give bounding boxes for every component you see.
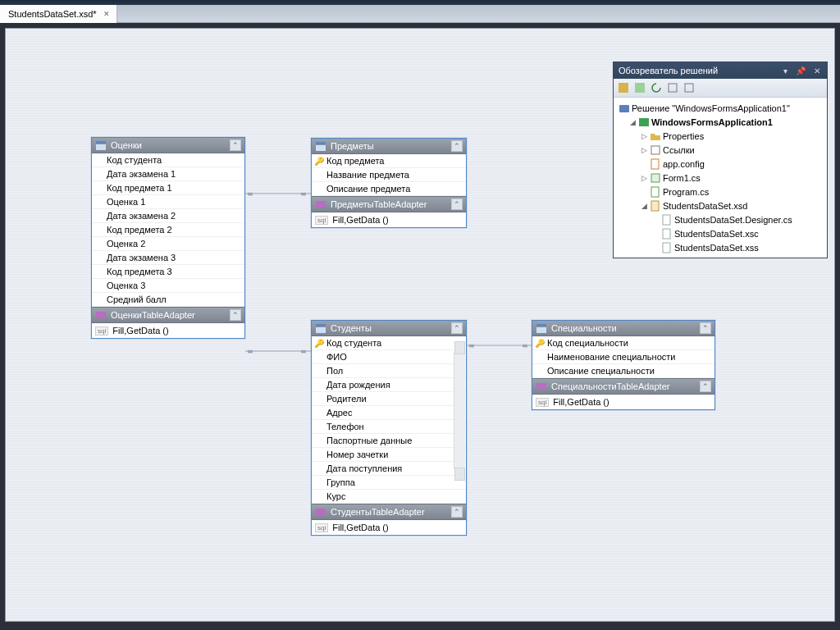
adapter-header[interactable]: ОценкиTableAdapter ⌃ — [92, 307, 244, 323]
column-row[interactable]: Код предмета 2 — [92, 223, 244, 237]
table-students[interactable]: Студенты ⌃ 🔑Код студента ФИО Пол Дата ро… — [311, 320, 467, 536]
tree-node-solution[interactable]: Решение "WindowsFormsApplication1" — [615, 101, 825, 115]
collapse-icon[interactable]: ⌃ — [230, 309, 241, 321]
tree-node-program[interactable]: Program.cs — [615, 185, 825, 199]
adapter-name: ПредметыTableAdapter — [331, 199, 427, 209]
tree-node-dataset[interactable]: ◢ StudentsDataSet.xsd — [615, 199, 825, 212]
toolbar-button[interactable] — [682, 80, 696, 95]
adapter-header[interactable]: СпециальностиTableAdapter ⌃ — [532, 378, 714, 395]
svg-rect-30 — [651, 187, 659, 197]
tab-document[interactable]: StudentsDataSet.xsd* ✕ — [0, 5, 117, 23]
column-row[interactable]: Дата поступления — [312, 462, 466, 476]
toolbar-button[interactable] — [616, 80, 631, 95]
config-file-icon — [650, 158, 661, 170]
svg-rect-12 — [316, 142, 326, 144]
collapse-icon[interactable]: ⌃ — [700, 322, 711, 334]
table-header[interactable]: Специальности ⌃ — [532, 321, 714, 336]
panel-title-bar[interactable]: Обозреватель решений ▾ 📌 ✕ — [614, 62, 827, 79]
expander-icon[interactable]: ▷ — [640, 132, 648, 140]
close-icon[interactable]: ✕ — [812, 66, 822, 75]
scrollbar[interactable] — [454, 353, 465, 469]
column-row[interactable]: Наименование специальности — [532, 350, 714, 364]
table-specialities[interactable]: Специальности ⌃ 🔑Код специальности Наиме… — [532, 320, 715, 410]
expander-icon[interactable]: ◢ — [628, 118, 637, 126]
table-title: Специальности — [551, 323, 617, 333]
tree-node-project[interactable]: ◢ WindowsFormsApplication1 — [615, 115, 825, 129]
svg-text:∞: ∞ — [301, 348, 306, 355]
toolbar-button[interactable] — [632, 80, 647, 95]
svg-rect-29 — [651, 174, 660, 182]
collapse-icon[interactable]: ⌃ — [451, 322, 463, 334]
refresh-button[interactable] — [649, 80, 664, 95]
tree-node-xsc[interactable]: StudentsDataSet.xsc — [615, 226, 825, 240]
column-row[interactable]: Паспортные данные — [312, 434, 466, 448]
column-row[interactable]: Оценка 1 — [92, 195, 244, 209]
column-row[interactable]: 🔑Код студента — [312, 336, 466, 350]
column-row[interactable]: 🔑Код предмета — [312, 154, 466, 168]
adapter-method[interactable]: sql Fill,GetData () — [92, 323, 244, 338]
column-row[interactable]: Номер зачетки — [312, 448, 466, 462]
column-row[interactable]: 🔑Код специальности — [532, 336, 714, 350]
column-row[interactable]: Группа — [312, 476, 466, 490]
expander-icon[interactable]: ▷ — [640, 146, 648, 154]
column-row[interactable]: Курс — [312, 490, 466, 504]
column-row[interactable]: Дата экзамена 1 — [92, 167, 244, 181]
form-file-icon — [650, 172, 661, 184]
svg-rect-23 — [669, 84, 677, 92]
column-row[interactable]: Средний балл — [92, 293, 244, 307]
collapse-icon[interactable]: ⌃ — [230, 139, 241, 151]
adapter-method[interactable]: sql Fill,GetData () — [312, 520, 466, 535]
pin-icon[interactable]: 📌 — [794, 66, 807, 75]
column-row[interactable]: Пол — [312, 364, 466, 378]
column-row[interactable]: Описание специальности — [532, 364, 714, 378]
svg-rect-16 — [316, 327, 326, 333]
solution-explorer-panel[interactable]: Обозреватель решений ▾ 📌 ✕ Решение "Wind… — [613, 62, 828, 258]
table-header[interactable]: Студенты ⌃ — [312, 321, 466, 336]
adapter-header[interactable]: ПредметыTableAdapter ⌃ — [312, 196, 466, 212]
collapse-icon[interactable]: ⌃ — [700, 381, 711, 392]
svg-rect-24 — [685, 84, 693, 92]
svg-text:∞: ∞ — [301, 190, 306, 198]
tree-node-xss[interactable]: StudentsDataSet.xss — [615, 240, 825, 254]
collapse-icon[interactable]: ⌃ — [451, 199, 463, 210]
adapter-method[interactable]: sql Fill,GetData () — [532, 395, 714, 409]
column-row[interactable]: Оценка 3 — [92, 279, 244, 293]
column-row[interactable]: Код предмета 3 — [92, 265, 244, 279]
tree-node-references[interactable]: ▷ Ссылки — [615, 143, 825, 157]
tree-node-designer-cs[interactable]: StudentsDataSet.Designer.cs — [615, 212, 825, 226]
tree-node-properties[interactable]: ▷ Properties — [615, 129, 825, 143]
column-row[interactable]: Описание предмета — [312, 182, 466, 196]
column-row[interactable]: Дата рождения — [312, 378, 466, 392]
adapter-icon — [315, 506, 326, 518]
adapter-method[interactable]: sql Fill,GetData () — [312, 212, 466, 227]
svg-rect-20 — [536, 383, 546, 390]
column-row[interactable]: Код студента — [92, 153, 244, 167]
table-subjects[interactable]: Предметы ⌃ 🔑Код предмета Название предме… — [311, 138, 467, 228]
expander-icon[interactable]: ▷ — [640, 174, 648, 182]
adapter-header[interactable]: СтудентыTableAdapter ⌃ — [312, 504, 466, 520]
file-icon — [661, 228, 673, 240]
collapse-icon[interactable]: ⌃ — [451, 140, 463, 152]
expander-icon[interactable]: ◢ — [640, 202, 648, 210]
table-header[interactable]: Оценки ⌃ — [92, 138, 244, 153]
column-row[interactable]: Адрес — [312, 406, 466, 420]
toolbar-button[interactable] — [665, 80, 680, 95]
relation-connector: ∞ ∞ — [467, 339, 532, 352]
collapse-icon[interactable]: ⌃ — [451, 506, 463, 518]
table-header[interactable]: Предметы ⌃ — [312, 139, 466, 154]
adapter-name: СтудентыTableAdapter — [331, 507, 425, 517]
dataset-designer-canvas[interactable]: ∞ ∞ ∞ ∞ ∞ ∞ Оценки ⌃ Код студента Дата э… — [5, 28, 835, 622]
close-icon[interactable]: ✕ — [102, 10, 112, 18]
dropdown-icon[interactable]: ▾ — [782, 66, 789, 75]
tree-node-appconfig[interactable]: app.config — [615, 157, 825, 171]
tree-node-form1[interactable]: ▷ Form1.cs — [615, 171, 825, 185]
table-grades[interactable]: Оценки ⌃ Код студента Дата экзамена 1 Ко… — [91, 137, 245, 339]
column-row[interactable]: Оценка 2 — [92, 237, 244, 251]
column-row[interactable]: Дата экзамена 2 — [92, 209, 244, 223]
column-row[interactable]: Дата экзамена 3 — [92, 251, 244, 265]
column-row[interactable]: Название предмета — [312, 168, 466, 182]
column-row[interactable]: Родители — [312, 392, 466, 406]
column-row[interactable]: Телефон — [312, 420, 466, 434]
column-row[interactable]: Код предмета 1 — [92, 181, 244, 195]
column-row[interactable]: ФИО — [312, 350, 466, 364]
